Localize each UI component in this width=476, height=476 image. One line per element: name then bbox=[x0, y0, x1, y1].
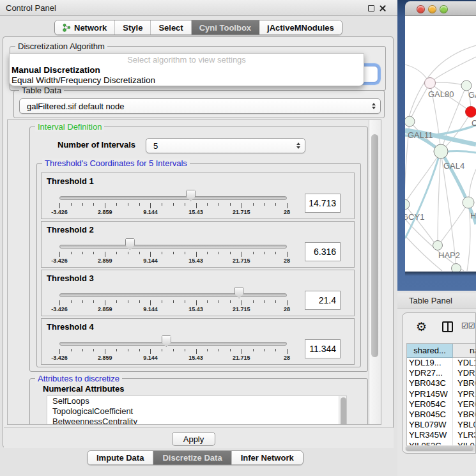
column-header-name[interactable]: na bbox=[453, 344, 476, 358]
table-cell[interactable]: YBL079W bbox=[407, 420, 453, 430]
table-container: ⚙ ☑☑ shared... na YDL19...YDL1YDR27...YD… bbox=[402, 312, 476, 454]
tab-discretize-data[interactable]: Discretize Data bbox=[153, 451, 231, 464]
attribute-items: SelfLoopsTopologicalCoefficientBetweenne… bbox=[47, 396, 346, 425]
tick-label: 28 bbox=[284, 257, 290, 264]
network-node[interactable] bbox=[433, 241, 443, 250]
window-title: Control Panel bbox=[6, 3, 56, 13]
checkbox-icons[interactable]: ☑☑ bbox=[461, 321, 475, 330]
threshold-row: Threshold 1 -3.4262.8599.14415.4321.7152… bbox=[41, 173, 355, 219]
table-row[interactable]: YDL19...YDL1 bbox=[407, 358, 476, 368]
table-cell[interactable]: YDR2 bbox=[453, 368, 476, 378]
table-cell[interactable]: YBR0 bbox=[453, 410, 476, 420]
float-window-icon[interactable] bbox=[368, 5, 374, 12]
algorithm-item-manual[interactable]: Manual Discretization bbox=[10, 65, 364, 75]
threshold-value-field[interactable]: 11.344 bbox=[305, 339, 341, 358]
number-of-intervals-combo[interactable]: 5 bbox=[146, 138, 305, 153]
tab-jactivemnodules[interactable]: jActiveMNodules bbox=[259, 20, 342, 35]
table-cell[interactable]: YER0 bbox=[453, 399, 476, 410]
slider-track[interactable] bbox=[59, 196, 287, 200]
table-row[interactable]: YBR045CYBR0 bbox=[407, 410, 476, 420]
network-node[interactable] bbox=[434, 144, 448, 158]
network-edge[interactable] bbox=[405, 154, 440, 238]
threshold-label: Threshold 3 bbox=[47, 273, 94, 283]
network-node[interactable] bbox=[425, 78, 436, 89]
cyni-toolbox-panel: Discretization Algorithm Select algorith… bbox=[3, 36, 394, 448]
tick-label: -3.426 bbox=[51, 306, 68, 312]
table-row[interactable]: YER054CYER0 bbox=[407, 399, 476, 410]
threshold-row: Threshold 2 -3.4262.8599.14415.4321.7152… bbox=[41, 221, 355, 268]
network-canvas-shadow bbox=[405, 272, 476, 276]
network-edge[interactable] bbox=[432, 57, 476, 81]
table-horizontal-scrollbar-thumb[interactable] bbox=[406, 446, 473, 451]
table-row[interactable]: YBL079WYBL0 bbox=[407, 420, 476, 430]
slider-track[interactable] bbox=[59, 245, 287, 249]
table-cell[interactable]: YDR27... bbox=[407, 368, 453, 378]
network-edge[interactable] bbox=[469, 169, 476, 200]
split-columns-icon[interactable] bbox=[442, 321, 453, 332]
algorithm-hint-item[interactable]: Select algorithm to view settings bbox=[10, 54, 364, 65]
threshold-value-field[interactable]: 21.4 bbox=[305, 291, 341, 310]
tick-label: 28 bbox=[284, 306, 290, 312]
attribute-item[interactable]: BetweennessCentrality bbox=[47, 417, 346, 425]
network-edge[interactable] bbox=[438, 151, 441, 245]
network-canvas[interactable]: GAL80GACGAL11GAL4GCY1HHAP2 bbox=[405, 16, 476, 272]
table-cell[interactable]: YLR3 bbox=[453, 430, 476, 440]
network-node[interactable] bbox=[466, 107, 476, 118]
slider-tick-labels: -3.4262.8599.14415.4321.71528 bbox=[59, 306, 287, 314]
tab-style[interactable]: Style bbox=[115, 20, 151, 35]
table-cell[interactable]: YPR1 bbox=[453, 389, 476, 399]
table-row[interactable]: YPR145WYPR1 bbox=[407, 389, 476, 399]
network-edge[interactable] bbox=[405, 151, 441, 204]
table-row[interactable]: YDR27...YDR2 bbox=[407, 368, 476, 378]
table-panel-body: ⚙ ☑☑ shared... na YDL19...YDL1YDR27...YD… bbox=[397, 309, 476, 476]
tab-infer-network[interactable]: Infer Network bbox=[232, 451, 303, 464]
table-cell[interactable]: YER054C bbox=[407, 399, 453, 410]
table-cell[interactable]: YBR043C bbox=[407, 378, 453, 388]
column-header-shared-name[interactable]: shared... bbox=[407, 344, 453, 358]
tick-label: 15.43 bbox=[188, 209, 203, 215]
settings-scrollbar-thumb[interactable] bbox=[371, 134, 378, 357]
network-edge[interactable] bbox=[440, 203, 468, 243]
zoom-traffic-light[interactable] bbox=[440, 5, 448, 13]
network-node[interactable] bbox=[452, 264, 461, 272]
network-node[interactable] bbox=[405, 199, 410, 210]
network-edge[interactable] bbox=[410, 83, 430, 121]
close-icon[interactable] bbox=[379, 4, 387, 12]
slider-track[interactable] bbox=[59, 342, 287, 346]
network-node[interactable] bbox=[405, 116, 415, 127]
table-cell[interactable]: YLR345W bbox=[407, 430, 453, 440]
network-node[interactable] bbox=[463, 197, 474, 208]
apply-button[interactable]: Apply bbox=[172, 432, 215, 446]
table-data-combo[interactable]: galFiltered.sif default node bbox=[19, 98, 381, 114]
algorithm-item-equal-width[interactable]: Equal Width/Frequency Discretization bbox=[10, 75, 364, 86]
tab-select[interactable]: Select bbox=[151, 20, 191, 35]
table-horizontal-scrollbar[interactable] bbox=[405, 445, 476, 452]
table-cell[interactable]: YDL19... bbox=[407, 358, 453, 368]
close-traffic-light[interactable] bbox=[417, 5, 425, 13]
threshold-value-field[interactable]: 14.713 bbox=[305, 194, 341, 213]
minimize-traffic-light[interactable] bbox=[428, 5, 436, 13]
table-cell[interactable]: YDL1 bbox=[453, 358, 476, 368]
tab-impute-data[interactable]: Impute Data bbox=[88, 451, 153, 464]
settings-scrollbar[interactable] bbox=[369, 120, 380, 424]
table-cell[interactable]: YBR0 bbox=[453, 378, 476, 388]
table-cell[interactable]: YBL0 bbox=[453, 420, 476, 430]
network-edge[interactable] bbox=[405, 65, 429, 82]
attributes-scrollbar-thumb[interactable] bbox=[341, 397, 346, 425]
table-row[interactable]: YBR043CYBR0 bbox=[407, 378, 476, 388]
table-row[interactable]: YLR345WYLR3 bbox=[407, 430, 476, 440]
tab-network[interactable]: Network bbox=[55, 20, 115, 35]
table-cell[interactable]: YBR045C bbox=[407, 410, 453, 420]
attribute-item[interactable]: SelfLoops bbox=[47, 396, 346, 406]
network-edge[interactable] bbox=[443, 151, 476, 153]
threshold-value-field[interactable]: 6.316 bbox=[305, 242, 341, 261]
tab-cyni-toolbox[interactable]: Cyni Toolbox bbox=[192, 20, 259, 35]
attribute-item[interactable]: TopologicalCoefficient bbox=[47, 406, 346, 417]
network-node[interactable] bbox=[461, 81, 472, 91]
gear-icon[interactable]: ⚙ bbox=[416, 320, 427, 333]
table-cell[interactable]: YPR145W bbox=[407, 389, 453, 399]
node-table: shared... na YDL19...YDL1YDR27...YDR2YBR… bbox=[406, 343, 476, 446]
numerical-attributes-list: SelfLoopsTopologicalCoefficientBetweenne… bbox=[47, 395, 347, 425]
slider-track[interactable] bbox=[59, 293, 287, 297]
attributes-scrollbar[interactable] bbox=[339, 396, 346, 425]
